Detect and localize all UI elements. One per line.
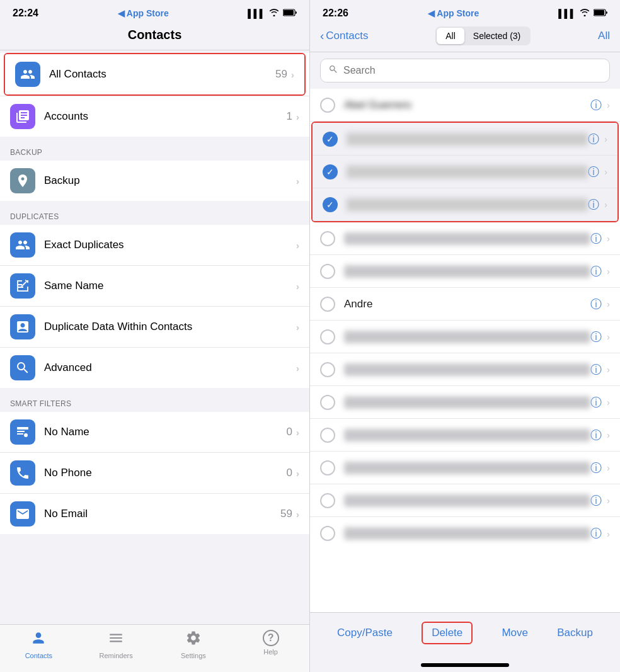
radio-unchecked[interactable] <box>320 264 335 279</box>
delete-button[interactable]: Delete <box>422 622 473 644</box>
svg-rect-2 <box>18 284 22 285</box>
contact-row[interactable]: blurred contact 8 ⓘ › <box>310 321 620 353</box>
contact-row[interactable]: Andre ⓘ › <box>310 288 620 321</box>
move-button[interactable]: Move <box>502 627 528 639</box>
duplicates-section: DUPLICATES Exact Duplicates › Same Name … <box>0 201 309 388</box>
contact-row-selected[interactable]: ✓ blurred name 3 ⓘ › <box>313 188 617 221</box>
right-status-bar: 22:26 ◀ App Store ▌▌▌ <box>310 0 620 23</box>
radio-checked[interactable]: ✓ <box>323 132 338 147</box>
info-button[interactable]: ⓘ <box>590 395 602 410</box>
contact-row-selected[interactable]: ✓ blurred name ⓘ › <box>313 123 617 156</box>
backup-group: Backup › <box>0 161 309 201</box>
no-email-count: 59 <box>280 508 292 520</box>
contact-row-selected[interactable]: ✓ blurred name 2 ⓘ › <box>313 156 617 188</box>
search-input[interactable] <box>343 65 602 76</box>
list-item-no-email[interactable]: No Email 59 › <box>0 494 309 534</box>
radio-unchecked[interactable] <box>320 526 335 541</box>
list-item-no-phone[interactable]: No Phone 0 › <box>0 453 309 494</box>
radio-unchecked[interactable] <box>320 98 335 113</box>
info-button[interactable]: ⓘ <box>590 264 602 279</box>
help-tab-label: Help <box>263 648 278 656</box>
list-item-backup[interactable]: Backup › <box>0 161 309 201</box>
contact-row[interactable]: blurred contact 9 ⓘ › <box>310 353 620 386</box>
radio-unchecked[interactable] <box>320 493 335 508</box>
right-status-icons: ▌▌▌ <box>558 8 607 18</box>
radio-unchecked[interactable] <box>320 460 335 476</box>
seg-btn-selected[interactable]: Selected (3) <box>464 28 529 44</box>
info-button[interactable]: ⓘ <box>588 164 599 179</box>
info-button[interactable]: ⓘ <box>590 297 602 312</box>
contact-name: blurred contact <box>344 232 590 245</box>
left-title: Contacts <box>10 28 299 42</box>
contact-row-chevron: › <box>607 462 610 473</box>
contact-row[interactable]: Abel Guerrero ⓘ › <box>310 89 620 122</box>
back-button[interactable]: ‹ Contacts <box>320 29 368 43</box>
bottom-spacer <box>0 534 309 547</box>
contact-list: Abel Guerrero ⓘ › ✓ blurred name ⓘ › ✓ b… <box>310 89 620 612</box>
no-name-label: No Name <box>44 426 287 438</box>
seg-btn-all[interactable]: All <box>437 28 464 44</box>
left-list: All Contacts 59 › Accounts 1 › BACKUP <box>0 50 309 624</box>
dup-data-chevron: › <box>296 322 299 333</box>
list-item-same-name[interactable]: Same Name › <box>0 266 309 307</box>
list-item-accounts[interactable]: Accounts 1 › <box>0 96 309 137</box>
contact-row[interactable]: blurred contact ⓘ › <box>310 222 620 255</box>
info-button[interactable]: ⓘ <box>590 362 602 377</box>
right-app-store[interactable]: ◀ App Store <box>428 8 479 18</box>
backup-button[interactable]: Backup <box>557 627 593 639</box>
info-button[interactable]: ⓘ <box>590 329 602 345</box>
no-phone-icon <box>10 460 35 486</box>
info-button[interactable]: ⓘ <box>590 428 602 443</box>
backup-section-header: BACKUP <box>0 137 309 161</box>
contact-row[interactable]: blurred contact 5 ⓘ › <box>310 255 620 288</box>
info-button[interactable]: ⓘ <box>590 231 602 246</box>
contact-row-chevron: › <box>607 364 610 375</box>
nav-all-button[interactable]: All <box>598 30 610 42</box>
list-item-dup-data[interactable]: Duplicate Data Within Contacts › <box>0 307 309 348</box>
contact-row-chevron: › <box>607 233 610 244</box>
tab-help[interactable]: ? Help <box>232 630 309 659</box>
radio-unchecked[interactable] <box>320 297 335 312</box>
radio-checked[interactable]: ✓ <box>323 197 338 212</box>
radio-unchecked[interactable] <box>320 231 335 246</box>
list-item-no-name[interactable]: No Name 0 › <box>0 412 309 453</box>
info-button[interactable]: ⓘ <box>590 460 602 476</box>
contact-name: blurred contact 11 <box>344 429 590 441</box>
tab-reminders[interactable]: Reminders <box>78 630 155 659</box>
search-input-wrapper[interactable] <box>320 59 610 83</box>
info-button[interactable]: ⓘ <box>590 526 602 541</box>
contact-row[interactable]: blurred contact 11 ⓘ › <box>310 419 620 452</box>
copy-paste-button[interactable]: Copy/Paste <box>337 627 393 639</box>
tab-contacts[interactable]: Contacts <box>0 630 78 659</box>
radio-unchecked[interactable] <box>320 395 335 410</box>
exact-duplicates-label: Exact Duplicates <box>44 239 296 251</box>
info-button[interactable]: ⓘ <box>590 493 602 508</box>
list-item-exact-duplicates[interactable]: Exact Duplicates › <box>0 225 309 266</box>
contact-row[interactable]: blurred contact 13 ⓘ › <box>310 484 620 517</box>
reminders-tab-icon <box>108 630 124 650</box>
left-app-store[interactable]: ◀ App Store <box>118 8 169 18</box>
contact-row[interactable]: blurred contact 10 ⓘ › <box>310 386 620 419</box>
radio-unchecked[interactable] <box>320 329 335 345</box>
left-time: 22:24 <box>13 8 38 19</box>
info-button[interactable]: ⓘ <box>590 98 602 113</box>
info-button[interactable]: ⓘ <box>588 132 599 147</box>
contact-row[interactable]: blurred contact 12 ⓘ › <box>310 452 620 484</box>
list-item-advanced[interactable]: Advanced › <box>0 348 309 388</box>
radio-checked[interactable]: ✓ <box>323 164 338 179</box>
signal-icon: ▌▌▌ <box>248 9 265 18</box>
backup-section: BACKUP Backup › <box>0 137 309 201</box>
tab-settings[interactable]: Settings <box>155 630 233 659</box>
left-status-bar: 22:24 ◀ App Store ▌▌▌ <box>0 0 309 23</box>
radio-unchecked[interactable] <box>320 428 335 443</box>
contact-name: blurred contact 8 <box>344 331 590 343</box>
info-button[interactable]: ⓘ <box>588 197 599 212</box>
radio-unchecked[interactable] <box>320 362 335 377</box>
contact-row[interactable]: blurred contact 14 ⓘ › <box>310 517 620 550</box>
svg-rect-1 <box>284 10 294 15</box>
backup-chevron: › <box>296 176 299 186</box>
contact-row-chevron: › <box>604 199 607 210</box>
no-name-chevron: › <box>296 427 299 438</box>
list-item-all-contacts[interactable]: All Contacts 59 › <box>5 54 304 94</box>
accounts-count: 1 <box>287 110 292 123</box>
